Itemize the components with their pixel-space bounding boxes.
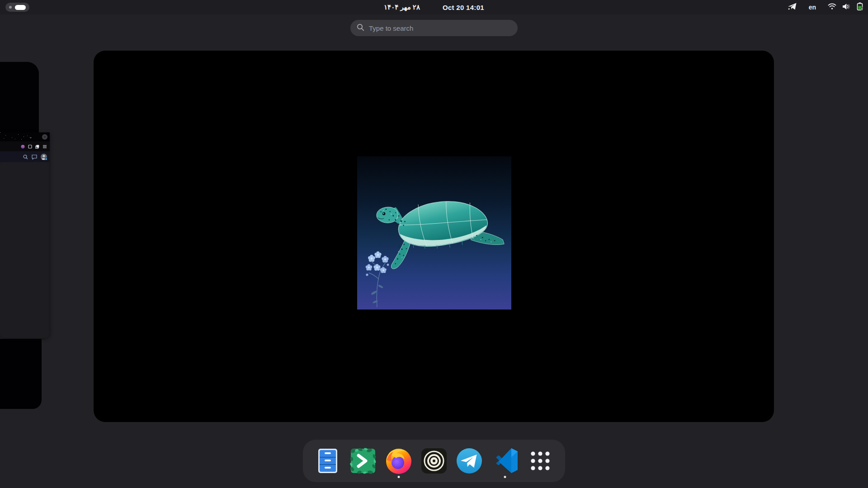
telegram-icon <box>455 446 484 475</box>
dock-item-files[interactable] <box>313 443 343 479</box>
browser-titlebar: ⌄ × <box>0 132 50 141</box>
files-icon <box>313 446 342 475</box>
site-header <box>0 151 50 162</box>
current-workspace-preview[interactable] <box>94 51 774 422</box>
dock-item-circles-app[interactable] <box>419 443 449 479</box>
keyboard-layout-indicator[interactable]: en <box>809 4 816 11</box>
app-grid-icon <box>528 449 552 473</box>
dash-dock <box>303 440 565 482</box>
concentric-circles-icon <box>420 446 448 475</box>
adjacent-window-black-lower[interactable] <box>0 339 42 409</box>
browser-toolbar <box>0 141 50 151</box>
chevron-down-icon: ⌄ <box>29 135 33 139</box>
persian-date: ۲۸ مهر ۱۴۰۴ <box>384 3 420 11</box>
search-bar[interactable] <box>350 20 518 36</box>
sea-turtle-image[interactable] <box>357 156 511 310</box>
quick-settings[interactable] <box>828 2 863 13</box>
site-search-icon[interactable] <box>23 155 28 160</box>
extension-icon[interactable] <box>28 145 32 149</box>
dock-item-telegram[interactable] <box>454 443 484 479</box>
adjacent-workspace-left[interactable]: ⌄ × <box>0 62 59 410</box>
workspace-dot-inactive[interactable] <box>9 6 12 9</box>
vscode-icon <box>491 446 519 475</box>
clock-group[interactable]: ۲۸ مهر ۱۴۰۴ Oct 20 14:01 <box>384 0 484 14</box>
adjacent-window-browser[interactable]: ⌄ × <box>0 132 50 338</box>
wifi-icon <box>828 3 836 12</box>
dock-item-terminal[interactable] <box>348 443 378 479</box>
clock: Oct 20 14:01 <box>443 4 484 11</box>
browser-content[interactable] <box>0 162 48 338</box>
window-close-button[interactable]: × <box>42 134 47 140</box>
tabs-clone-icon[interactable] <box>35 145 39 149</box>
starfield-decoration <box>0 132 0 133</box>
show-apps-button[interactable] <box>525 443 555 479</box>
dock-item-firefox[interactable] <box>384 443 414 479</box>
volume-icon <box>842 3 851 12</box>
running-indicator <box>504 476 506 478</box>
hamburger-menu-icon[interactable] <box>42 145 47 149</box>
status-badge <box>45 158 47 160</box>
dock-item-vscode[interactable] <box>490 443 520 479</box>
workspace-pill-active[interactable] <box>15 5 26 10</box>
telegram-tray-icon[interactable] <box>788 2 797 12</box>
running-indicator <box>397 476 400 478</box>
chat-bubble-icon[interactable] <box>32 155 37 160</box>
status-area[interactable]: en <box>788 0 865 14</box>
firefox-icon <box>384 446 413 475</box>
firefox-globe-icon[interactable] <box>21 145 25 149</box>
avatar[interactable] <box>41 154 47 160</box>
battery-charging-icon <box>857 2 863 13</box>
search-input[interactable] <box>369 24 511 32</box>
terminal-icon <box>349 446 377 475</box>
workspace-indicator[interactable] <box>5 3 29 12</box>
top-bar: ۲۸ مهر ۱۴۰۴ Oct 20 14:01 en <box>0 0 868 14</box>
search-icon <box>357 23 364 33</box>
